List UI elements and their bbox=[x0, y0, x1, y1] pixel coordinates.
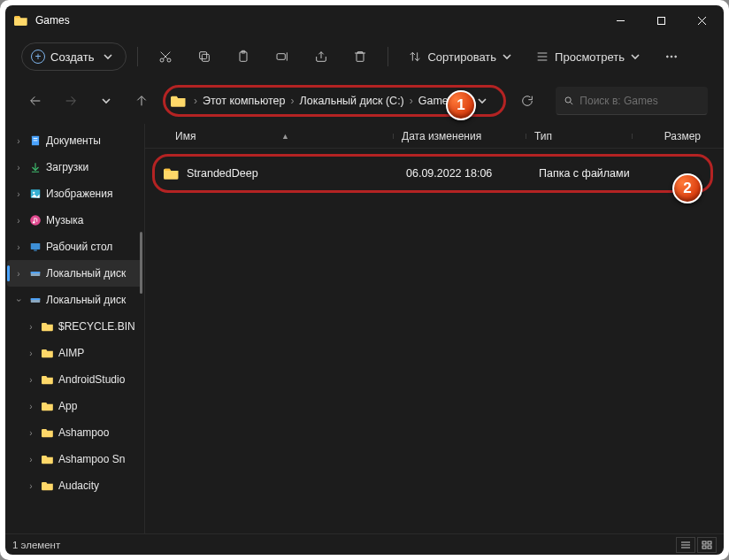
view-icon bbox=[535, 50, 549, 64]
svg-line-28 bbox=[570, 102, 572, 104]
annotation-badge-1: 1 bbox=[446, 90, 476, 120]
separator bbox=[137, 47, 138, 66]
nav-row: › Этот компьютер › Локальный диск (C:) ›… bbox=[5, 78, 724, 124]
annotation-badge-2: 2 bbox=[672, 173, 702, 203]
view-label: Просмотреть bbox=[555, 50, 625, 64]
nav-back[interactable] bbox=[21, 87, 50, 115]
svg-rect-47 bbox=[702, 541, 706, 544]
sort-asc-icon: ▲ bbox=[281, 132, 289, 141]
chevron-right-icon: › bbox=[408, 95, 415, 107]
nav-recent[interactable] bbox=[92, 87, 120, 115]
svg-point-36 bbox=[30, 215, 41, 226]
sidebar-item-ashampoo[interactable]: ›Ashampoo bbox=[5, 419, 144, 446]
sort-icon bbox=[408, 50, 422, 64]
rename-button[interactable] bbox=[265, 42, 299, 71]
svg-rect-15 bbox=[357, 53, 364, 61]
sidebar-item-pictures[interactable]: ›Изображения bbox=[5, 180, 144, 207]
plus-icon: + bbox=[31, 50, 45, 64]
folder-icon bbox=[41, 452, 55, 466]
col-type[interactable]: Тип bbox=[526, 130, 632, 142]
svg-rect-43 bbox=[31, 298, 41, 300]
nav-up[interactable] bbox=[127, 87, 156, 115]
cut-button[interactable] bbox=[149, 42, 182, 71]
folder-icon bbox=[171, 94, 187, 108]
folder-icon bbox=[14, 14, 28, 27]
folder-icon bbox=[41, 372, 55, 387]
close-button[interactable] bbox=[681, 5, 722, 35]
minimize-button[interactable] bbox=[600, 5, 641, 35]
more-button[interactable] bbox=[655, 42, 688, 71]
crumb-this-pc[interactable]: Этот компьютер bbox=[201, 93, 287, 109]
svg-point-27 bbox=[565, 97, 571, 103]
folder-icon bbox=[41, 479, 55, 493]
crumb-local-disk[interactable]: Локальный диск (C:) bbox=[297, 93, 405, 109]
music-icon bbox=[28, 213, 42, 227]
chevron-down-icon bbox=[103, 51, 113, 62]
file-date: 06.09.2022 18:06 bbox=[406, 167, 539, 180]
sidebar-item-recycle[interactable]: ›$RECYCLE.BIN bbox=[5, 313, 144, 340]
delete-button[interactable] bbox=[343, 42, 377, 71]
column-headers: ▲Имя Дата изменения Тип Размер bbox=[145, 124, 724, 149]
nav-forward[interactable] bbox=[57, 87, 85, 115]
drive-icon bbox=[28, 266, 42, 280]
sidebar-item-documents[interactable]: ›Документы bbox=[5, 127, 144, 154]
sidebar-scrollbar[interactable] bbox=[140, 232, 142, 294]
svg-point-22 bbox=[671, 56, 672, 58]
sidebar-item-music[interactable]: ›Музыка bbox=[5, 207, 144, 234]
file-row[interactable]: StrandedDeep 06.09.2022 18:06 Папка с фа… bbox=[164, 166, 710, 180]
svg-point-37 bbox=[33, 221, 35, 223]
maximize-button[interactable] bbox=[641, 5, 681, 35]
col-date[interactable]: Дата изменения bbox=[393, 130, 526, 142]
folder-icon bbox=[41, 426, 55, 440]
share-button[interactable] bbox=[304, 42, 338, 71]
sidebar-item-ashampoo-sn[interactable]: ›Ashampoo Sn bbox=[5, 446, 144, 472]
sidebar-item-desktop[interactable]: ›Рабочий стол bbox=[5, 234, 144, 260]
desktop-icon bbox=[28, 240, 42, 254]
chevron-right-icon: › bbox=[288, 95, 295, 107]
folder-icon bbox=[41, 319, 55, 334]
body: ›Документы ›Загрузки ›Изображения ›Музык… bbox=[5, 124, 724, 533]
svg-rect-12 bbox=[277, 54, 285, 60]
copy-button[interactable] bbox=[188, 42, 221, 71]
item-count: 1 элемент bbox=[12, 540, 60, 550]
svg-rect-9 bbox=[200, 52, 207, 59]
image-icon bbox=[28, 187, 42, 201]
view-details-button[interactable] bbox=[676, 537, 695, 553]
svg-rect-30 bbox=[34, 138, 38, 139]
search-icon bbox=[564, 95, 574, 107]
paste-button[interactable] bbox=[226, 42, 260, 71]
window-title: Games bbox=[35, 14, 70, 27]
new-button[interactable]: + Создать bbox=[21, 42, 127, 71]
col-name[interactable]: ▲Имя bbox=[166, 130, 393, 142]
download-icon bbox=[28, 160, 42, 174]
svg-rect-50 bbox=[708, 546, 711, 548]
view-button[interactable]: Просмотреть bbox=[526, 42, 649, 71]
sidebar-item-androidstudio[interactable]: ›AndroidStudio bbox=[5, 366, 144, 393]
svg-point-23 bbox=[675, 56, 677, 58]
svg-rect-41 bbox=[31, 272, 41, 273]
chevron-down-icon bbox=[630, 51, 641, 62]
search-input[interactable] bbox=[579, 95, 700, 107]
sidebar-item-aimp[interactable]: ›AIMP bbox=[5, 340, 144, 366]
chevron-down-icon bbox=[502, 51, 512, 62]
sidebar-item-app[interactable]: ›App bbox=[5, 393, 144, 419]
folder-icon bbox=[164, 166, 180, 180]
separator bbox=[388, 47, 388, 66]
search-box[interactable] bbox=[556, 87, 708, 115]
sidebar-item-localdisk-1[interactable]: ›Локальный диск bbox=[7, 260, 142, 287]
sidebar-item-audacity[interactable]: ›Audacity bbox=[5, 472, 144, 499]
col-size[interactable]: Размер bbox=[632, 130, 724, 142]
drive-icon bbox=[28, 293, 42, 307]
svg-rect-39 bbox=[34, 250, 37, 251]
view-icons-button[interactable] bbox=[697, 537, 717, 553]
sidebar-item-downloads[interactable]: ›Загрузки bbox=[5, 154, 144, 180]
window-controls bbox=[600, 5, 722, 35]
sidebar-item-localdisk-2[interactable]: ›Локальный диск bbox=[5, 287, 144, 313]
svg-point-35 bbox=[33, 192, 35, 194]
refresh-button[interactable] bbox=[513, 87, 541, 115]
sort-button[interactable]: Сортировать bbox=[399, 42, 521, 71]
svg-rect-1 bbox=[657, 17, 664, 24]
file-pane: ▲Имя Дата изменения Тип Размер StrandedD… bbox=[145, 124, 724, 533]
status-bar: 1 элемент bbox=[5, 533, 724, 555]
file-row-highlight: StrandedDeep 06.09.2022 18:06 Папка с фа… bbox=[152, 154, 713, 193]
